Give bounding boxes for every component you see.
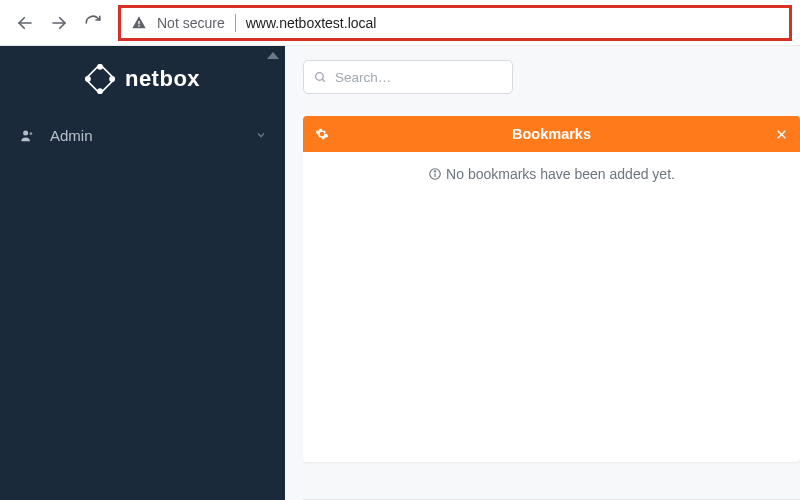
security-label: Not secure [157, 15, 225, 31]
main-content: Bookmarks No bookmarks have been added y… [285, 46, 800, 500]
url-text: www.netboxtest.local [246, 15, 377, 31]
svg-point-9 [23, 130, 28, 135]
address-separator [235, 14, 236, 32]
back-button[interactable] [8, 6, 42, 40]
svg-point-5 [98, 65, 102, 69]
chevron-down-icon [255, 127, 267, 144]
info-icon [428, 167, 442, 181]
gear-icon[interactable] [315, 127, 329, 141]
search-icon [314, 71, 327, 84]
bookmarks-empty-text: No bookmarks have been added yet. [446, 166, 675, 182]
bookmarks-card: Bookmarks No bookmarks have been added y… [303, 116, 800, 462]
brand[interactable]: netbox [0, 46, 285, 116]
svg-point-7 [86, 77, 90, 81]
svg-point-10 [29, 132, 32, 135]
browser-toolbar: Not secure www.netboxtest.local [0, 0, 800, 46]
sidebar-collapse-toggle[interactable] [267, 52, 279, 59]
address-bar-highlighted[interactable]: Not secure www.netboxtest.local [118, 5, 792, 41]
warning-icon [131, 15, 147, 31]
brand-name: netbox [125, 66, 200, 92]
svg-rect-3 [138, 25, 139, 26]
svg-line-12 [322, 79, 325, 82]
search-box[interactable] [303, 60, 513, 94]
bookmarks-card-body: No bookmarks have been added yet. [303, 152, 800, 462]
search-input[interactable] [335, 70, 502, 85]
user-icon [18, 126, 36, 144]
svg-point-17 [435, 171, 436, 172]
svg-point-11 [316, 72, 324, 80]
netbox-logo-icon [85, 64, 115, 94]
bookmarks-card-header: Bookmarks [303, 116, 800, 152]
svg-point-8 [110, 77, 114, 81]
svg-rect-2 [138, 21, 139, 24]
reload-button[interactable] [76, 6, 110, 40]
bookmarks-card-title: Bookmarks [512, 126, 591, 142]
sidebar-item-label: Admin [50, 127, 93, 144]
forward-button[interactable] [42, 6, 76, 40]
sidebar-item-admin[interactable]: Admin [0, 116, 285, 154]
close-icon[interactable] [775, 128, 788, 141]
sidebar: netbox Admin [0, 46, 285, 500]
svg-point-6 [98, 89, 102, 93]
